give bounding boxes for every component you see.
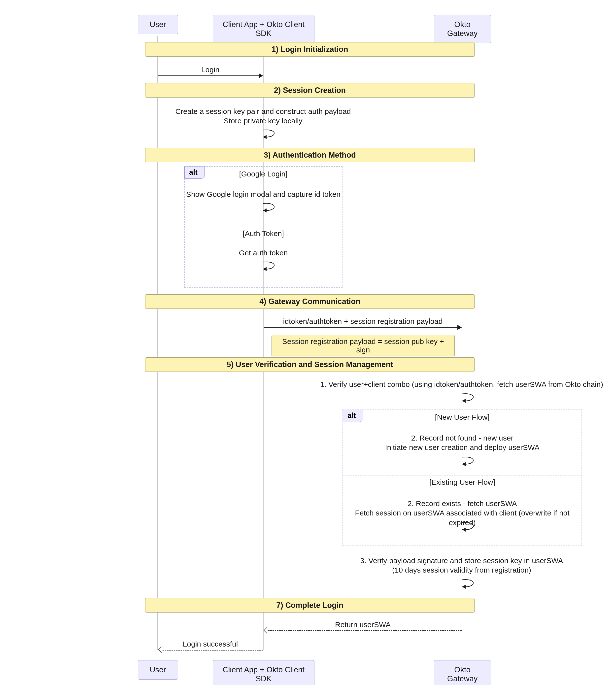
- text: 2. Record not found - new user Initiate …: [385, 434, 540, 451]
- alt-divider: [343, 476, 581, 476]
- self-loop-icon: [258, 201, 281, 216]
- phase-7: 7) Complete Login: [145, 598, 475, 613]
- msg-auth-token: Get auth token: [184, 248, 343, 258]
- phase-label: 7) Complete Login: [276, 601, 343, 610]
- svg-marker-5: [462, 528, 466, 532]
- arrow-client-to-user: [162, 650, 263, 650]
- phase-label: 4) Gateway Communication: [259, 297, 360, 306]
- note-reg-payload: Session registration payload = session p…: [271, 335, 455, 356]
- phase-label: 5) User Verification and Session Managem…: [226, 360, 393, 369]
- alt-guard-google: [Google Login]: [185, 170, 342, 178]
- arrow-user-to-client: [158, 75, 259, 76]
- actor-label: Client App + Okto Client SDK: [223, 665, 305, 683]
- msg-gateway-send: idtoken/authtoken + session registration…: [264, 317, 462, 326]
- text: [New User Flow]: [435, 413, 489, 421]
- phase-3: 3) Authentication Method: [145, 148, 475, 162]
- svg-marker-2: [263, 267, 267, 271]
- arrow-client-to-gateway: [264, 327, 457, 328]
- msg-new-user: 2. Record not found - new user Initiate …: [343, 433, 582, 452]
- text: idtoken/authtoken + session registration…: [283, 317, 443, 325]
- actor-gateway-bottom: Okto Gateway: [434, 660, 491, 685]
- text: [Google Login]: [239, 170, 287, 178]
- text: 2. Record exists - fetch userSWA Fetch s…: [355, 499, 569, 527]
- svg-marker-6: [462, 585, 466, 589]
- sequence-diagram: User Client App + Okto Client SDK Okto G…: [0, 0, 616, 685]
- text: 3. Verify payload signature and store se…: [360, 556, 563, 574]
- msg-verify-3: 3. Verify payload signature and store se…: [313, 556, 611, 575]
- text: Session registration payload = session p…: [282, 337, 444, 354]
- msg-existing-user: 2. Record exists - fetch userSWA Fetch s…: [343, 499, 582, 527]
- actor-label: Okto Gateway: [447, 20, 478, 38]
- actor-client-bottom: Client App + Okto Client SDK: [213, 660, 314, 685]
- self-loop-icon: [258, 259, 281, 274]
- msg-return-swa: Return userSWA: [264, 620, 462, 629]
- actor-label: Client App + Okto Client SDK: [223, 20, 305, 38]
- lifeline-user: [157, 36, 158, 650]
- self-loop-icon: [457, 577, 480, 592]
- phase-4: 4) Gateway Communication: [145, 294, 475, 309]
- msg-google-login: Show Google login modal and capture id t…: [184, 190, 343, 199]
- actor-label: User: [150, 665, 166, 674]
- arrowhead-icon: [259, 73, 263, 78]
- text: [Auth Token]: [243, 229, 284, 238]
- text: 1. Verify user+client combo (using idtok…: [320, 380, 603, 389]
- svg-marker-0: [263, 135, 267, 139]
- alt-divider: [185, 227, 342, 227]
- alt-guard-token: [Auth Token]: [185, 229, 342, 238]
- actor-user-bottom: User: [138, 660, 178, 680]
- msg-session-create: Create a session key pair and construct …: [158, 107, 369, 126]
- alt-guard-existing-user: [Existing User Flow]: [343, 478, 581, 486]
- phase-1: 1) Login Initialization: [145, 42, 475, 57]
- phase-label: 3) Authentication Method: [264, 151, 356, 159]
- text: Login successful: [183, 640, 238, 648]
- phase-label: 2) Session Creation: [274, 86, 346, 94]
- alt-guard-new-user: [New User Flow]: [343, 413, 581, 421]
- actor-label: User: [150, 20, 166, 29]
- arrow-gateway-to-client: [268, 631, 462, 631]
- msg-login-ok: Login successful: [158, 639, 263, 649]
- actor-label: Okto Gateway: [447, 665, 478, 683]
- phase-2: 2) Session Creation: [145, 83, 475, 97]
- text: Return userSWA: [335, 620, 391, 629]
- phase-label: 1) Login Initialization: [271, 45, 348, 53]
- svg-marker-1: [263, 208, 267, 213]
- text: Get auth token: [239, 249, 288, 257]
- svg-marker-3: [462, 399, 466, 403]
- self-loop-icon: [258, 127, 281, 142]
- msg-verify-1: 1. Verify user+client combo (using idtok…: [313, 380, 611, 389]
- self-loop-icon: [457, 391, 480, 406]
- text: Show Google login modal and capture id t…: [186, 190, 340, 198]
- phase-5: 5) User Verification and Session Managem…: [145, 357, 475, 372]
- text: Create a session key pair and construct …: [175, 107, 351, 125]
- msg-login: Login: [158, 65, 263, 74]
- actor-user-top: User: [138, 15, 178, 34]
- self-loop-icon: [457, 454, 480, 469]
- svg-marker-4: [462, 462, 466, 466]
- actor-client-top: Client App + Okto Client SDK: [213, 15, 314, 43]
- text: [Existing User Flow]: [430, 478, 495, 486]
- actor-gateway-top: Okto Gateway: [434, 15, 491, 43]
- arrowhead-icon: [457, 325, 462, 330]
- text: Login: [201, 66, 219, 74]
